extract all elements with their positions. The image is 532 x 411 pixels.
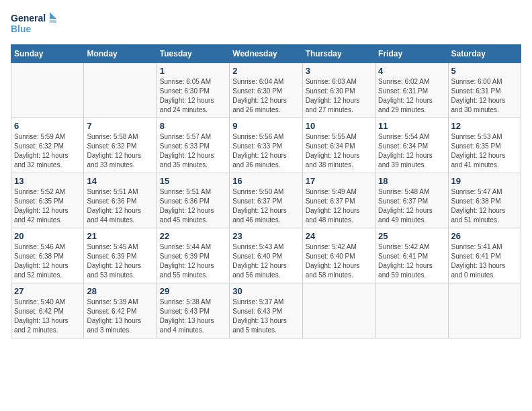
day-number: 8 — [160, 121, 226, 131]
day-number: 11 — [378, 121, 445, 131]
week-row-5: 27Sunrise: 5:40 AMSunset: 6:42 PMDayligh… — [11, 283, 521, 338]
calendar-cell — [84, 63, 157, 118]
header: General Blue — [11, 11, 521, 40]
svg-marker-3 — [50, 20, 56, 23]
day-info: Sunrise: 5:39 AMSunset: 6:42 PMDaylight:… — [87, 298, 153, 335]
day-number: 21 — [87, 231, 153, 241]
column-header-sunday: Sunday — [11, 45, 84, 63]
day-number: 10 — [306, 121, 372, 131]
calendar-cell — [448, 283, 521, 338]
calendar-cell: 20Sunrise: 5:46 AMSunset: 6:38 PMDayligh… — [11, 228, 84, 283]
day-number: 14 — [87, 176, 153, 186]
day-number: 5 — [451, 66, 518, 76]
day-info: Sunrise: 5:51 AMSunset: 6:36 PMDaylight:… — [87, 187, 153, 225]
day-info: Sunrise: 5:55 AMSunset: 6:34 PMDaylight:… — [306, 132, 372, 170]
day-number: 18 — [378, 176, 445, 186]
calendar-cell: 12Sunrise: 5:53 AMSunset: 6:35 PMDayligh… — [448, 118, 521, 173]
day-info: Sunrise: 6:03 AMSunset: 6:30 PMDaylight:… — [306, 77, 372, 115]
day-info: Sunrise: 5:42 AMSunset: 6:41 PMDaylight:… — [378, 242, 445, 280]
week-row-1: 1Sunrise: 6:05 AMSunset: 6:30 PMDaylight… — [11, 63, 521, 118]
calendar-cell: 28Sunrise: 5:39 AMSunset: 6:42 PMDayligh… — [84, 283, 157, 338]
day-number: 12 — [451, 121, 518, 131]
calendar-cell: 10Sunrise: 5:55 AMSunset: 6:34 PMDayligh… — [302, 118, 375, 173]
day-number: 25 — [378, 231, 445, 241]
header-row: SundayMondayTuesdayWednesdayThursdayFrid… — [11, 45, 521, 63]
day-info: Sunrise: 6:00 AMSunset: 6:31 PMDaylight:… — [451, 77, 518, 115]
calendar-cell: 13Sunrise: 5:52 AMSunset: 6:35 PMDayligh… — [11, 173, 84, 228]
logo-svg: General Blue — [11, 11, 58, 40]
calendar-cell: 24Sunrise: 5:42 AMSunset: 6:40 PMDayligh… — [302, 228, 375, 283]
day-number: 16 — [232, 176, 299, 186]
column-header-wednesday: Wednesday — [230, 45, 302, 63]
calendar-cell: 14Sunrise: 5:51 AMSunset: 6:36 PMDayligh… — [84, 173, 157, 228]
day-info: Sunrise: 5:40 AMSunset: 6:42 PMDaylight:… — [14, 298, 81, 335]
calendar-cell: 16Sunrise: 5:50 AMSunset: 6:37 PMDayligh… — [230, 173, 302, 228]
week-row-3: 13Sunrise: 5:52 AMSunset: 6:35 PMDayligh… — [11, 173, 521, 228]
day-number: 28 — [87, 286, 153, 296]
day-info: Sunrise: 5:47 AMSunset: 6:38 PMDaylight:… — [451, 187, 518, 225]
svg-marker-2 — [50, 12, 56, 19]
week-row-2: 6Sunrise: 5:59 AMSunset: 6:32 PMDaylight… — [11, 118, 521, 173]
calendar-cell: 30Sunrise: 5:37 AMSunset: 6:43 PMDayligh… — [230, 283, 302, 338]
day-number: 27 — [14, 286, 81, 296]
day-number: 29 — [160, 286, 226, 296]
day-info: Sunrise: 5:45 AMSunset: 6:39 PMDaylight:… — [87, 242, 153, 280]
svg-text:General: General — [11, 13, 46, 24]
calendar-cell: 15Sunrise: 5:51 AMSunset: 6:36 PMDayligh… — [157, 173, 229, 228]
calendar-cell: 5Sunrise: 6:00 AMSunset: 6:31 PMDaylight… — [448, 63, 521, 118]
day-info: Sunrise: 5:53 AMSunset: 6:35 PMDaylight:… — [451, 132, 518, 170]
calendar-cell: 9Sunrise: 5:56 AMSunset: 6:33 PMDaylight… — [230, 118, 302, 173]
day-number: 22 — [160, 231, 226, 241]
calendar-cell: 21Sunrise: 5:45 AMSunset: 6:39 PMDayligh… — [84, 228, 157, 283]
day-info: Sunrise: 5:43 AMSunset: 6:40 PMDaylight:… — [232, 242, 299, 280]
day-info: Sunrise: 5:54 AMSunset: 6:34 PMDaylight:… — [378, 132, 445, 170]
calendar-cell: 2Sunrise: 6:04 AMSunset: 6:30 PMDaylight… — [230, 63, 302, 118]
calendar-cell: 3Sunrise: 6:03 AMSunset: 6:30 PMDaylight… — [302, 63, 375, 118]
day-info: Sunrise: 5:46 AMSunset: 6:38 PMDaylight:… — [14, 242, 81, 280]
calendar-cell: 29Sunrise: 5:38 AMSunset: 6:43 PMDayligh… — [157, 283, 229, 338]
calendar-cell: 23Sunrise: 5:43 AMSunset: 6:40 PMDayligh… — [230, 228, 302, 283]
day-info: Sunrise: 6:02 AMSunset: 6:31 PMDaylight:… — [378, 77, 445, 115]
calendar-table: SundayMondayTuesdayWednesdayThursdayFrid… — [11, 44, 521, 338]
column-header-tuesday: Tuesday — [157, 45, 229, 63]
day-info: Sunrise: 6:04 AMSunset: 6:30 PMDaylight:… — [232, 77, 299, 115]
calendar-cell: 11Sunrise: 5:54 AMSunset: 6:34 PMDayligh… — [375, 118, 448, 173]
day-info: Sunrise: 5:52 AMSunset: 6:35 PMDaylight:… — [14, 187, 81, 225]
day-info: Sunrise: 5:49 AMSunset: 6:37 PMDaylight:… — [306, 187, 372, 225]
calendar-cell: 19Sunrise: 5:47 AMSunset: 6:38 PMDayligh… — [448, 173, 521, 228]
day-number: 15 — [160, 176, 226, 186]
day-number: 20 — [14, 231, 81, 241]
calendar-cell: 1Sunrise: 6:05 AMSunset: 6:30 PMDaylight… — [157, 63, 229, 118]
calendar-cell — [11, 63, 84, 118]
day-number: 30 — [232, 286, 299, 296]
day-info: Sunrise: 5:59 AMSunset: 6:32 PMDaylight:… — [14, 132, 81, 170]
day-number: 3 — [306, 66, 372, 76]
day-info: Sunrise: 5:56 AMSunset: 6:33 PMDaylight:… — [232, 132, 299, 170]
day-number: 6 — [14, 121, 81, 131]
week-row-4: 20Sunrise: 5:46 AMSunset: 6:38 PMDayligh… — [11, 228, 521, 283]
calendar-cell: 17Sunrise: 5:49 AMSunset: 6:37 PMDayligh… — [302, 173, 375, 228]
day-number: 9 — [232, 121, 299, 131]
calendar-cell: 22Sunrise: 5:44 AMSunset: 6:39 PMDayligh… — [157, 228, 229, 283]
day-number: 1 — [160, 66, 226, 76]
day-info: Sunrise: 5:37 AMSunset: 6:43 PMDaylight:… — [232, 298, 299, 335]
svg-text:Blue: Blue — [11, 24, 32, 34]
day-number: 24 — [306, 231, 372, 241]
day-number: 26 — [451, 231, 518, 241]
day-info: Sunrise: 5:57 AMSunset: 6:33 PMDaylight:… — [160, 132, 226, 170]
day-info: Sunrise: 5:48 AMSunset: 6:37 PMDaylight:… — [378, 187, 445, 225]
day-info: Sunrise: 5:44 AMSunset: 6:39 PMDaylight:… — [160, 242, 226, 280]
day-number: 19 — [451, 176, 518, 186]
column-header-saturday: Saturday — [448, 45, 521, 63]
calendar-cell — [375, 283, 448, 338]
calendar-cell: 6Sunrise: 5:59 AMSunset: 6:32 PMDaylight… — [11, 118, 84, 173]
calendar-cell: 26Sunrise: 5:41 AMSunset: 6:41 PMDayligh… — [448, 228, 521, 283]
calendar-cell: 18Sunrise: 5:48 AMSunset: 6:37 PMDayligh… — [375, 173, 448, 228]
day-number: 2 — [232, 66, 299, 76]
calendar-cell: 7Sunrise: 5:58 AMSunset: 6:32 PMDaylight… — [84, 118, 157, 173]
day-number: 23 — [232, 231, 299, 241]
calendar-cell: 8Sunrise: 5:57 AMSunset: 6:33 PMDaylight… — [157, 118, 229, 173]
calendar-cell: 25Sunrise: 5:42 AMSunset: 6:41 PMDayligh… — [375, 228, 448, 283]
day-number: 17 — [306, 176, 372, 186]
column-header-friday: Friday — [375, 45, 448, 63]
